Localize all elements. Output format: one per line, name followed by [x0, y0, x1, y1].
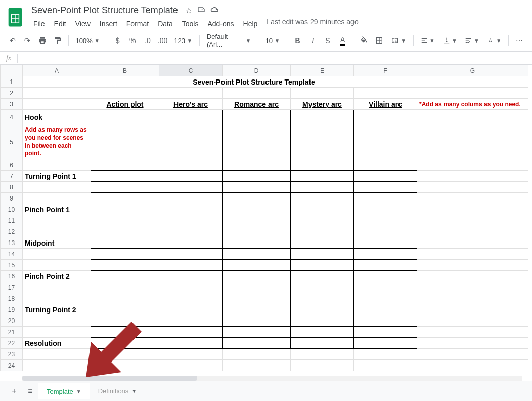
row-header-6[interactable]: 6: [1, 159, 23, 171]
cell-D4[interactable]: [223, 110, 291, 125]
cell-C23[interactable]: [159, 349, 223, 360]
col-header-B[interactable]: B: [91, 65, 159, 76]
cell-E21[interactable]: [291, 327, 354, 338]
cell-C5[interactable]: [159, 125, 223, 159]
row-note[interactable]: Add as many rows as you need for scenes …: [23, 125, 91, 159]
cell-A1[interactable]: [23, 76, 91, 88]
cell-F21[interactable]: [354, 327, 417, 338]
paint-format-icon[interactable]: [51, 34, 64, 47]
cell-A17[interactable]: [23, 282, 91, 293]
cell-C14[interactable]: [159, 249, 223, 260]
cell-B23[interactable]: [91, 349, 159, 360]
text-rotation-icon[interactable]: ▼: [484, 36, 504, 45]
cell-D13[interactable]: [223, 237, 291, 249]
cell-E18[interactable]: [291, 293, 354, 304]
cell-G10[interactable]: [417, 204, 528, 215]
cell-F22[interactable]: [354, 338, 417, 349]
cell-F8[interactable]: [354, 182, 417, 193]
cell-B22[interactable]: [91, 338, 159, 349]
cell-E16[interactable]: [291, 271, 354, 282]
cell-E22[interactable]: [291, 338, 354, 349]
cell-G1[interactable]: [417, 76, 528, 88]
cell-B7[interactable]: [91, 171, 159, 182]
menu-file[interactable]: File: [29, 18, 49, 30]
cell-C2[interactable]: [159, 88, 223, 99]
row-header-23[interactable]: 23: [1, 349, 23, 360]
cell-D10[interactable]: [223, 204, 291, 215]
cell-B14[interactable]: [91, 249, 159, 260]
cell-D8[interactable]: [223, 182, 291, 193]
cell-G7[interactable]: [417, 171, 528, 182]
row-header-11[interactable]: 11: [1, 215, 23, 226]
cell-G9[interactable]: [417, 193, 528, 204]
cell-G12[interactable]: [417, 226, 528, 237]
cell-B20[interactable]: [91, 315, 159, 327]
cell-A21[interactable]: [23, 327, 91, 338]
cell-G21[interactable]: [417, 327, 528, 338]
col-header-G[interactable]: G: [417, 65, 528, 76]
v-align-icon[interactable]: ▼: [440, 36, 460, 45]
select-all-corner[interactable]: [1, 65, 23, 76]
cell-B9[interactable]: [91, 193, 159, 204]
col-header-E[interactable]: E: [291, 65, 354, 76]
cell-F15[interactable]: [354, 260, 417, 271]
cell-F16[interactable]: [354, 271, 417, 282]
undo-icon[interactable]: ↶: [6, 34, 19, 47]
cell-E9[interactable]: [291, 193, 354, 204]
cell-D11[interactable]: [223, 215, 291, 226]
cell-F7[interactable]: [354, 171, 417, 182]
menu-format[interactable]: Format: [122, 18, 153, 30]
cell-B10[interactable]: [91, 204, 159, 215]
cell-A13[interactable]: Midpoint: [23, 237, 91, 249]
cell-B13[interactable]: [91, 237, 159, 249]
row-header-17[interactable]: 17: [1, 282, 23, 293]
cell-E15[interactable]: [291, 260, 354, 271]
row-header-22[interactable]: 22: [1, 338, 23, 349]
cell-A6[interactable]: [23, 159, 91, 171]
cell-B6[interactable]: [91, 159, 159, 171]
cell-B5[interactable]: [91, 125, 159, 159]
header-E[interactable]: Mystery arc: [291, 99, 354, 110]
spreadsheet-grid[interactable]: ABCDEFG1Seven-Point Plot Structure Templ…: [0, 65, 532, 380]
cell-E19[interactable]: [291, 304, 354, 315]
cell-A2[interactable]: [23, 88, 91, 99]
cell-B15[interactable]: [91, 260, 159, 271]
col-header-C[interactable]: C: [159, 65, 223, 76]
tab-template[interactable]: Template▼: [38, 383, 90, 399]
fill-color-icon[interactable]: [358, 34, 371, 47]
cell-D18[interactable]: [223, 293, 291, 304]
cell-C12[interactable]: [159, 226, 223, 237]
cell-F2[interactable]: [354, 88, 417, 99]
italic-icon[interactable]: I: [306, 34, 319, 47]
chevron-down-icon[interactable]: ▼: [131, 388, 137, 394]
cell-D21[interactable]: [223, 327, 291, 338]
borders-icon[interactable]: [373, 34, 386, 47]
redo-icon[interactable]: ↷: [21, 34, 34, 47]
font-select[interactable]: Default (Ari...▼: [204, 32, 254, 49]
row-header-12[interactable]: 12: [1, 226, 23, 237]
cell-D16[interactable]: [223, 271, 291, 282]
menu-addons[interactable]: Add-ons: [203, 18, 238, 30]
row-header-24[interactable]: 24: [1, 360, 23, 371]
row-header-14[interactable]: 14: [1, 249, 23, 260]
more-formats[interactable]: 123▼: [171, 36, 195, 46]
cell-C7[interactable]: [159, 171, 223, 182]
cell-B24[interactable]: [91, 360, 159, 371]
sheets-logo[interactable]: [6, 6, 24, 29]
cell-C17[interactable]: [159, 282, 223, 293]
cell-E4[interactable]: [291, 110, 354, 125]
cell-C13[interactable]: [159, 237, 223, 249]
title-cell[interactable]: Seven-Point Plot Structure Template: [91, 76, 417, 88]
cell-A19[interactable]: Turning Point 2: [23, 304, 91, 315]
row-header-9[interactable]: 9: [1, 193, 23, 204]
cell-C21[interactable]: [159, 327, 223, 338]
cell-E6[interactable]: [291, 159, 354, 171]
cell-E8[interactable]: [291, 182, 354, 193]
all-sheets-icon[interactable]: ≡: [22, 383, 38, 399]
cell-D17[interactable]: [223, 282, 291, 293]
cell-B2[interactable]: [91, 88, 159, 99]
cell-A15[interactable]: [23, 260, 91, 271]
cell-A20[interactable]: [23, 315, 91, 327]
cell-A12[interactable]: [23, 226, 91, 237]
cell-B21[interactable]: [91, 327, 159, 338]
